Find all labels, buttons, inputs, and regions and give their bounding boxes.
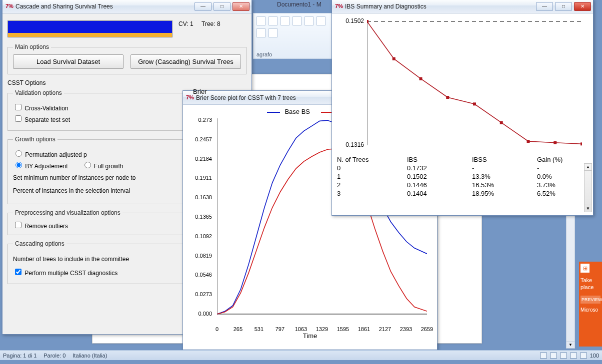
svg-rect-8: [473, 102, 476, 105]
table-header: IBSS: [472, 155, 537, 164]
tk-icon: 7%: [6, 3, 12, 10]
ibs-chart: 0.13160.1502: [337, 16, 588, 151]
cv-counter: CV: 1: [178, 20, 194, 27]
svg-rect-11: [554, 141, 556, 144]
y-tick-label: 0.1911: [189, 175, 212, 181]
view-mode-icon[interactable]: [560, 353, 567, 359]
y-axis-title: Brier: [193, 88, 206, 95]
x-tick-label: 2659: [417, 326, 437, 332]
minimize-button[interactable]: —: [536, 2, 553, 11]
table-cell: 2: [337, 181, 407, 189]
table-cell: -: [472, 164, 537, 172]
x-tick-label: 1063: [291, 326, 311, 332]
num-trees-label: Number of trees to include in the commit…: [13, 256, 129, 263]
percent-interval-label: Percent of instances in the selection in…: [13, 187, 130, 194]
full-growth-radio[interactable]: Full growth: [82, 160, 124, 170]
maximize-button[interactable]: □: [555, 2, 572, 11]
table-cell: 18.95%: [472, 189, 537, 198]
by-adjustment-radio[interactable]: BY Adjustement: [13, 160, 68, 170]
maximize-button[interactable]: □: [214, 2, 230, 11]
ad-text: Take: [580, 277, 600, 284]
min-instances-label: Set minimum number of instances per node…: [13, 174, 136, 181]
ibs-table: N. of TreesIBSIBSSGain (%)00.1732--10.15…: [337, 155, 588, 198]
x-tick-label: 2127: [375, 326, 395, 332]
ribbon-icon[interactable]: [256, 28, 266, 37]
y-tick-label: 0.2457: [189, 136, 212, 142]
x-tick-label: 797: [270, 326, 290, 332]
ad-text: place: [580, 284, 600, 291]
x-tick-label: 1329: [312, 326, 332, 332]
group-legend: Main options: [13, 43, 51, 50]
ibs-summary-window: 7% IBS Summary and Diagnostics — □ ✕ 0.1…: [332, 0, 594, 216]
svg-rect-4: [367, 20, 368, 23]
ribbon-fragment: agrafo: [253, 13, 333, 59]
ribbon-icon[interactable]: [292, 16, 302, 25]
table-cell: 3.73%: [537, 181, 582, 189]
load-dataset-button[interactable]: Load Survival Dataset: [13, 54, 124, 69]
svg-rect-7: [446, 96, 449, 99]
y-tick-label: 0.0819: [189, 253, 212, 259]
y-tick-label: 0.1638: [189, 194, 212, 200]
view-mode-icon[interactable]: [540, 353, 547, 359]
remove-outliers-checkbox[interactable]: Remove outliers: [13, 220, 68, 230]
ribbon-icon[interactable]: [304, 16, 314, 25]
ribbon-icon[interactable]: [256, 16, 266, 25]
table-cell: 0: [337, 164, 407, 172]
x-axis-title: Time: [187, 332, 433, 340]
tree-counter: Tree: 8: [202, 20, 220, 27]
view-mode-icon[interactable]: [570, 353, 577, 359]
office-ad-panel[interactable]: ⊞ Take place PREVIEW Microso: [579, 262, 602, 347]
ribbon-group-label: agrafo: [256, 51, 272, 57]
permutation-radio[interactable]: Permutation adjusted p: [13, 149, 87, 158]
table-header: Gain (%): [537, 155, 582, 164]
ribbon-icon[interactable]: [268, 16, 278, 25]
x-tick-label: 531: [249, 326, 269, 332]
table-header: N. of Trees: [337, 155, 407, 164]
x-tick-label: 265: [228, 326, 248, 332]
tk-icon: 7%: [335, 3, 342, 10]
ad-text: PREVIEW: [580, 296, 600, 304]
ribbon-icon[interactable]: [268, 28, 278, 37]
close-button[interactable]: ✕: [574, 2, 591, 11]
svg-rect-10: [527, 140, 530, 143]
grow-trees-button[interactable]: Grow (Cascading) Survival Trees: [130, 54, 241, 69]
zoom-level[interactable]: 100: [590, 353, 599, 359]
table-cell: 1: [337, 172, 407, 181]
scroll-down-icon[interactable]: ▼: [566, 341, 574, 348]
close-button[interactable]: ✕: [232, 2, 250, 11]
x-tick-label: 2393: [396, 326, 416, 332]
y-tick-label: 0.000: [189, 311, 212, 317]
diagnostics-checkbox[interactable]: Perform multiple CSST diagnostics: [13, 267, 118, 277]
table-cell: 13.3%: [472, 172, 537, 181]
y-tick-label: 0.1365: [189, 214, 212, 220]
table-cell: 6.52%: [537, 189, 582, 198]
view-mode-icon[interactable]: [550, 353, 557, 359]
y-tick-label: 0.2184: [189, 156, 212, 162]
table-scrollbar[interactable]: ▲ ▼: [584, 163, 592, 212]
x-tick-label: 1595: [333, 326, 353, 332]
view-mode-icon[interactable]: [580, 353, 587, 359]
status-language[interactable]: Italiano (Italia): [72, 353, 107, 359]
table-cell: 3: [337, 189, 407, 198]
titlebar[interactable]: 7% Cascade and Sharing Survival Trees — …: [2, 0, 252, 13]
table-cell: 0.1446: [407, 181, 472, 189]
table-header: IBS: [407, 155, 472, 164]
separate-test-checkbox[interactable]: Separate test set: [13, 114, 70, 123]
status-words[interactable]: Parole: 0: [44, 353, 66, 359]
legend-swatch-base: [267, 112, 280, 113]
scroll-up-icon[interactable]: ▲: [584, 164, 592, 171]
titlebar[interactable]: 7% IBS Summary and Diagnostics — □ ✕: [332, 0, 593, 13]
cross-validation-checkbox[interactable]: Cross-Validation: [13, 102, 68, 112]
y-tick-label: 0.1316: [339, 141, 364, 148]
csst-options-heading: CSST Options: [8, 79, 246, 86]
ribbon-icon[interactable]: [280, 16, 290, 25]
ad-text: Microso: [580, 307, 600, 314]
status-page[interactable]: Pagina: 1 di 1: [3, 353, 36, 359]
legend-label-base: Base BS: [284, 108, 310, 115]
y-tick-label: 0.0546: [189, 272, 212, 278]
table-cell: 16.53%: [472, 181, 537, 189]
minimize-button[interactable]: —: [194, 2, 212, 11]
ribbon-icon[interactable]: [316, 16, 326, 25]
y-tick-label: 0.1092: [189, 233, 212, 239]
scroll-down-icon[interactable]: ▼: [584, 205, 592, 212]
